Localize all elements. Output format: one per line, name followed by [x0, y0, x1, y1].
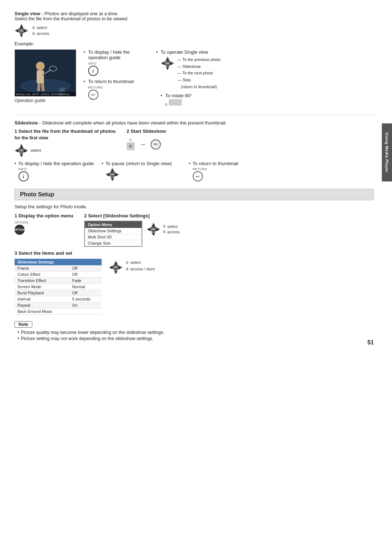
slideshow-section: Slideshow - Slideshow will complete when…: [15, 120, 374, 182]
table-row: RepeatOn: [15, 302, 102, 308]
slideshow-title: Slideshow - Slideshow will complete when…: [15, 120, 374, 126]
b-button-icon[interactable]: [169, 99, 182, 106]
slideshow-nav-icon[interactable]: OK ▲ ▼ ◀ ▶: [15, 143, 28, 157]
note-item: Picture quality may become lower dependi…: [17, 330, 374, 335]
photo-step1: 1 Display the option menu OPTION OPTION: [15, 213, 73, 235]
example-row: Single view: [15, 49, 374, 110]
slideshow-steps-row: 1 Select the file from the thumbnail of …: [15, 128, 374, 157]
table-row: Burst PlaybackOff: [15, 290, 102, 296]
select-access-group: OK ▲ ▼ ◀ ▶ ① select ② access: [15, 24, 374, 38]
photo-setup-subtitle: Setup the settings for Photo mode.: [15, 204, 374, 209]
table-row: Interval5 seconds: [15, 296, 102, 302]
screenshot-2d: 2D: [59, 88, 65, 92]
r-button-icon[interactable]: R: [127, 142, 135, 150]
screenshot-rotate: Rotate: [57, 93, 65, 95]
slideshow-guide-row: • To display / hide the operation guide …: [15, 161, 374, 182]
info-icon-2[interactable]: i: [19, 171, 29, 181]
option-menu-changesize[interactable]: Change Size: [85, 240, 142, 246]
side-label: Using Media Player: [385, 132, 389, 172]
pause-nav-icon[interactable]: OK ▲ ▼ ◀ ▶: [106, 167, 119, 181]
guide-col: • To display / hide theoperation guide I…: [83, 49, 149, 100]
table-row: Colour EffectOff: [15, 271, 102, 278]
step3-nav-icon[interactable]: OK ▲ ▼ ◀ ▶: [109, 260, 123, 274]
operate-col: • To operate Single view OK ▲ ▼ ◀ ▶ — To…: [156, 49, 374, 110]
table-row: Screen ModeNormal: [15, 284, 102, 290]
operation-guide-label: Operation guide: [15, 98, 45, 103]
return-icon-2[interactable]: ↩: [193, 171, 203, 181]
photo-step2: 2 Select [Slideshow Settings] Option Men…: [84, 213, 180, 247]
photo-setup-steps: 1 Display the option menu OPTION OPTION …: [15, 213, 374, 247]
return-icon[interactable]: ↩: [88, 90, 98, 100]
side-label-wrapper: Using Media Player: [382, 123, 392, 181]
screenshot-bottom-bar: ■Single view ●EXIT ●Select ●RETURN Stop: [15, 92, 76, 96]
guide-item-operate: • To operate Single view OK ▲ ▼ ◀ ▶ — To…: [156, 49, 374, 108]
slideshow-step2: 2 Start Slideshow R R → OK: [127, 128, 166, 150]
photo-step3: 3 Select the items and set Slideshow Set…: [15, 250, 374, 315]
slideshow-step1: 1 Select the file from the thumbnail of …: [15, 128, 116, 157]
option-menu-slideshow[interactable]: Slideshow Settings: [85, 228, 142, 234]
operate-nav-icon[interactable]: OK ▲ ▼ ◀ ▶: [161, 56, 175, 70]
single-view-subtitle: Select the file from the thumbnail of ph…: [15, 16, 374, 21]
svg-point-2: [36, 62, 45, 70]
ok-button-icon[interactable]: OK: [151, 139, 161, 150]
single-view-title: Single view - Photos are displayed one a…: [15, 11, 374, 16]
option-menu-multishot[interactable]: Multi Shot 3D: [85, 234, 142, 240]
option-menu-header: Option Menu: [85, 221, 142, 228]
slideshow-settings-table: Slideshow Settings FrameOffColour Effect…: [15, 259, 102, 315]
table-row: Transition EffectFade: [15, 278, 102, 284]
photo-setup-header: Photo Setup: [15, 189, 374, 200]
note-section: Note Picture quality may become lower de…: [15, 321, 374, 341]
info-icon[interactable]: i: [88, 66, 98, 76]
table-row: Back Ground Music: [15, 308, 102, 315]
option-menu-box: Option Menu Slideshow Settings Multi Sho…: [84, 221, 142, 247]
option-icon[interactable]: OPTION: [15, 225, 25, 235]
page-number: 51: [367, 339, 374, 346]
svg-rect-3: [37, 70, 44, 83]
note-list: Picture quality may become lower dependi…: [15, 330, 374, 341]
note-label: Note: [15, 321, 32, 328]
note-item: Picture setting may not work depending o…: [17, 336, 374, 341]
guide-item-display: • To display / hide theoperation guide I…: [83, 49, 149, 76]
guide-item-return: • To return to thumbnail RETURN ↩: [83, 79, 149, 100]
example-label: Example:: [15, 41, 374, 46]
table-row: FrameOff: [15, 265, 102, 271]
guide-item-rotate: • To rotate 90° B: [161, 93, 221, 107]
option-nav-icon[interactable]: OK ▲ ▼ ◀ ▶: [147, 222, 160, 236]
nav-cross-icon[interactable]: OK ▲ ▼ ◀ ▶: [15, 24, 28, 37]
screenshot: Single view: [15, 49, 76, 97]
divider-1: [15, 115, 374, 115]
